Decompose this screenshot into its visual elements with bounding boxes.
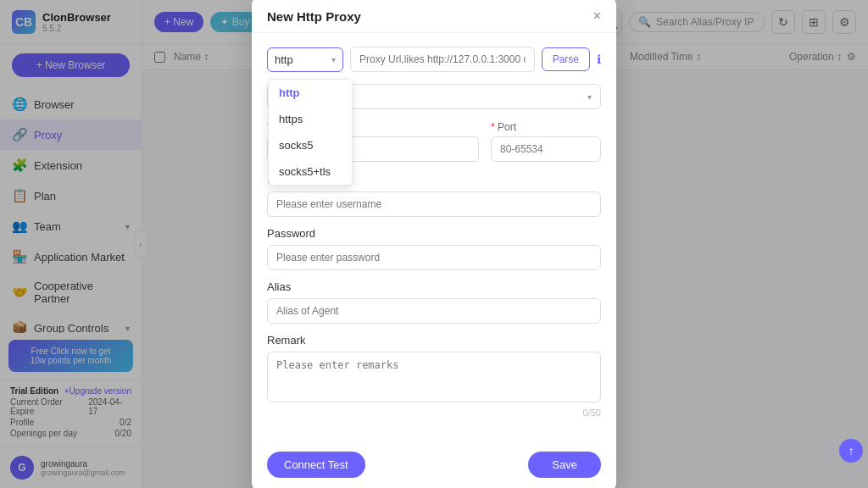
dropdown-item-https[interactable]: https	[269, 106, 352, 132]
port-input[interactable]	[491, 136, 601, 162]
parse-button[interactable]: Parse	[542, 47, 590, 71]
connect-test-button[interactable]: Connect Test	[267, 452, 365, 478]
chevron-down-icon: ▾	[587, 92, 592, 102]
proxy-type-value: http	[275, 53, 293, 66]
proxy-url-row: http ▾ http https socks5 socks5+tls Pars…	[267, 47, 601, 72]
arrow-up-icon: ↑	[849, 444, 854, 458]
remark-textarea[interactable]	[267, 352, 601, 402]
alias-section: Alias	[267, 280, 601, 324]
modal-body: http ▾ http https socks5 socks5+tls Pars…	[252, 33, 616, 441]
dropdown-item-http[interactable]: http	[269, 80, 352, 106]
username-input[interactable]	[267, 191, 601, 217]
password-label: Password	[267, 227, 601, 240]
required-star: *	[491, 121, 495, 133]
new-http-proxy-modal: New Http Proxy × http ▾ http https socks…	[252, 0, 616, 488]
scroll-to-top-button[interactable]: ↑	[839, 439, 863, 463]
save-button[interactable]: Save	[528, 452, 601, 478]
proxy-url-input[interactable]	[350, 47, 535, 72]
remark-section: Remark 0/50	[267, 334, 601, 418]
dropdown-item-socks5[interactable]: socks5	[269, 132, 352, 158]
alias-input[interactable]	[267, 298, 601, 324]
password-section: Password	[267, 227, 601, 270]
password-input[interactable]	[267, 245, 601, 270]
modal-overlay: New Http Proxy × http ▾ http https socks…	[0, 0, 868, 488]
modal-close-button[interactable]: ×	[593, 8, 601, 24]
modal-title: New Http Proxy	[267, 9, 361, 24]
port-label: * Port	[491, 121, 601, 133]
modal-header: New Http Proxy ×	[252, 0, 616, 33]
char-count: 0/50	[267, 408, 601, 418]
info-icon[interactable]: ℹ	[597, 53, 601, 66]
alias-label: Alias	[267, 280, 601, 293]
proxy-type-select[interactable]: http ▾ http https socks5 socks5+tls	[267, 47, 343, 72]
modal-footer: Connect Test Save	[252, 441, 616, 488]
chevron-down-icon: ▾	[331, 55, 336, 64]
proxy-type-dropdown: http https socks5 socks5+tls	[268, 79, 353, 186]
dropdown-item-socks5tls[interactable]: socks5+tls	[269, 158, 352, 185]
remark-label: Remark	[267, 334, 601, 347]
port-group: * Port	[491, 121, 601, 162]
